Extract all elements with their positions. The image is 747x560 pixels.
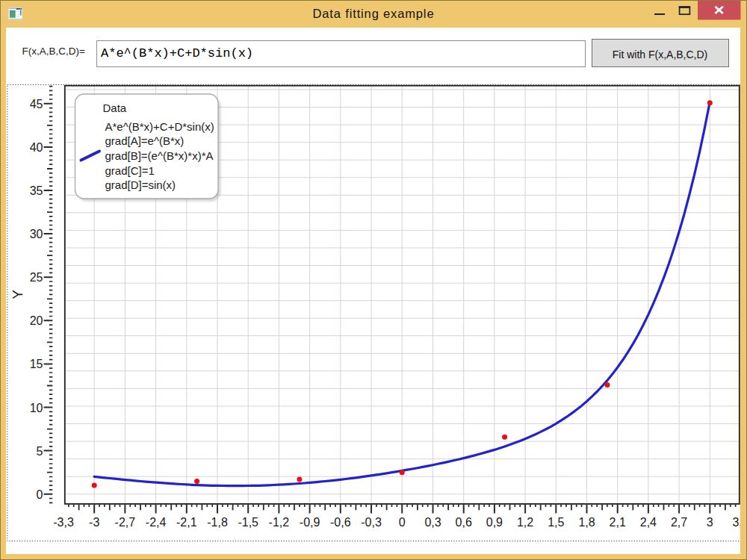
svg-text:grad[D]=sin(x): grad[D]=sin(x) [105,178,176,191]
svg-text:-1,5: -1,5 [238,516,258,529]
svg-text:0,3: 0,3 [424,516,441,529]
svg-text:-1,2: -1,2 [269,516,290,529]
svg-text:3: 3 [707,516,713,529]
svg-text:-2,1: -2,1 [176,516,197,529]
svg-text:-2,7: -2,7 [115,516,136,529]
svg-text:-0,6: -0,6 [330,516,351,529]
svg-text:-3,3: -3,3 [53,516,74,529]
svg-text:25: 25 [30,271,43,284]
svg-text:1,8: 1,8 [578,516,595,529]
svg-text:grad[B]=(e^(B*x)*x)*A: grad[B]=(e^(B*x)*x)*A [105,149,214,162]
svg-text:0,6: 0,6 [456,516,472,529]
svg-text:grad[A]=e^(B*x): grad[A]=e^(B*x) [105,134,185,147]
svg-text:grad[C]=1: grad[C]=1 [105,164,155,177]
svg-text:2,4: 2,4 [640,516,657,529]
svg-text:3,3: 3,3 [732,516,747,529]
svg-text:A*e^(B*x)+C+D*sin(x): A*e^(B*x)+C+D*sin(x) [105,120,214,133]
svg-text:-0,9: -0,9 [300,516,320,529]
svg-text:40: 40 [30,141,43,154]
svg-text:45: 45 [30,98,43,111]
svg-text:-3: -3 [89,516,99,529]
svg-text:0: 0 [399,516,406,529]
svg-text:30: 30 [30,228,43,240]
svg-text:Data: Data [103,102,127,114]
svg-text:2,1: 2,1 [610,516,626,529]
svg-text:-2,4: -2,4 [146,516,167,529]
svg-text:0: 0 [37,488,43,501]
svg-text:1,5: 1,5 [548,516,564,529]
svg-text:Y: Y [10,290,25,299]
svg-text:0,9: 0,9 [486,516,503,529]
svg-text:-1,8: -1,8 [207,516,228,529]
svg-text:15: 15 [30,358,43,370]
svg-text:2,7: 2,7 [671,516,687,529]
svg-text:1,2: 1,2 [517,516,533,529]
svg-text:-0,3: -0,3 [361,516,382,529]
svg-text:35: 35 [30,184,43,197]
svg-text:5: 5 [37,445,43,458]
svg-text:20: 20 [30,314,43,327]
svg-text:10: 10 [30,402,43,414]
